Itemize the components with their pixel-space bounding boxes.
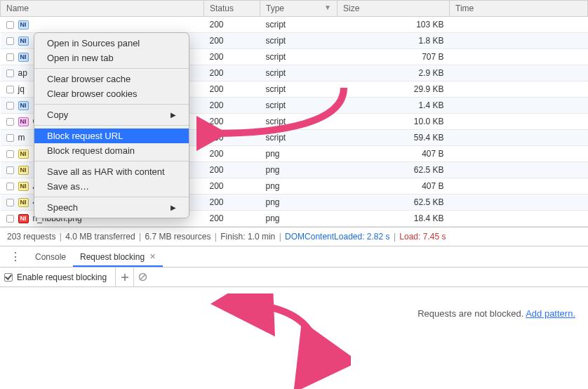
initiator-badge: NI xyxy=(18,166,29,175)
col-time[interactable]: Time xyxy=(450,1,588,17)
row-checkbox[interactable] xyxy=(6,70,14,77)
status-cell: 200 xyxy=(204,194,260,211)
cm-open-new-tab[interactable]: Open in new tab xyxy=(34,51,189,65)
status-cell: 200 xyxy=(204,211,260,227)
time-cell xyxy=(450,81,588,98)
size-cell: 407 B xyxy=(338,178,450,194)
time-cell xyxy=(450,146,588,162)
requests-count: 203 requests xyxy=(7,232,55,242)
row-checkbox[interactable] xyxy=(6,215,14,223)
time-cell xyxy=(450,49,588,65)
status-cell: 200 xyxy=(204,33,260,49)
drawer-tab-bar: ⋮ Console Request blocking × xyxy=(0,246,588,268)
type-cell: png xyxy=(260,178,338,194)
row-checkbox[interactable] xyxy=(6,102,14,110)
table-row[interactable]: NI200script103 KB xyxy=(1,17,588,33)
row-checkbox[interactable] xyxy=(6,21,14,29)
size-cell: 10.0 KB xyxy=(338,114,450,130)
size-cell: 103 KB xyxy=(338,17,450,33)
size-cell: 59.4 KB xyxy=(338,130,450,146)
row-checkbox[interactable] xyxy=(6,37,14,45)
type-cell: script xyxy=(260,130,338,146)
initiator-badge: NI xyxy=(18,37,29,46)
cm-clear-cookies[interactable]: Clear browser cookies xyxy=(34,86,189,101)
add-pattern-button[interactable] xyxy=(115,268,133,286)
row-checkbox[interactable] xyxy=(6,53,14,61)
row-checkbox[interactable] xyxy=(6,199,14,206)
type-cell: png xyxy=(260,162,338,178)
size-cell: 707 B xyxy=(338,49,450,65)
type-cell: png xyxy=(260,146,338,162)
resource-name: ap xyxy=(18,68,27,78)
type-cell: script xyxy=(260,81,338,98)
network-status-bar: 203 requests | 4.0 MB transferred | 6.7 … xyxy=(0,227,588,246)
initiator-badge: NI xyxy=(18,53,29,62)
type-cell: script xyxy=(260,33,338,49)
transferred: 4.0 MB transferred xyxy=(65,232,135,242)
status-cell: 200 xyxy=(204,114,260,130)
type-cell: script xyxy=(260,114,338,130)
add-pattern-link[interactable]: Add pattern. xyxy=(526,308,575,319)
clear-patterns-button[interactable] xyxy=(133,268,152,286)
col-name[interactable]: Name xyxy=(1,1,204,17)
resource-name: m xyxy=(18,133,25,143)
status-cell: 200 xyxy=(204,98,260,114)
enable-blocking-label: Enable request blocking xyxy=(17,272,107,282)
cm-block-domain[interactable]: Block request domain xyxy=(34,143,189,158)
initiator-badge: NI xyxy=(18,198,29,207)
dom-content-loaded: DOMContentLoaded: 2.82 s xyxy=(285,232,389,242)
resources: 6.7 MB resources xyxy=(145,232,211,242)
col-type[interactable]: Type▼ xyxy=(260,1,338,17)
rb-toolbar: Enable request blocking xyxy=(0,268,588,287)
row-checkbox[interactable] xyxy=(6,118,14,126)
drawer-menu-icon[interactable]: ⋮ xyxy=(3,251,28,263)
size-cell: 29.9 KB xyxy=(338,81,450,98)
tab-console[interactable]: Console xyxy=(28,248,73,265)
time-cell xyxy=(450,33,588,49)
size-cell: 2.9 KB xyxy=(338,65,450,81)
row-checkbox[interactable] xyxy=(6,166,14,174)
cm-clear-cache[interactable]: Clear browser cache xyxy=(34,72,189,86)
context-menu: Open in Sources panel Open in new tab Cl… xyxy=(34,32,189,218)
time-cell xyxy=(450,65,588,81)
close-icon[interactable]: × xyxy=(149,251,155,262)
row-checkbox[interactable] xyxy=(6,183,14,190)
initiator-badge: NI xyxy=(18,20,29,29)
col-status[interactable]: Status xyxy=(204,1,260,17)
time-cell xyxy=(450,194,588,211)
row-checkbox[interactable] xyxy=(6,150,14,158)
cm-save-har[interactable]: Save all as HAR with content xyxy=(34,164,189,179)
col-size[interactable]: Size xyxy=(338,1,450,17)
load-time: Load: 7.45 s xyxy=(399,232,446,242)
time-cell xyxy=(450,114,588,130)
initiator-badge: NI xyxy=(18,101,29,110)
row-checkbox[interactable] xyxy=(6,86,14,93)
time-cell xyxy=(450,178,588,194)
type-cell: png xyxy=(260,194,338,211)
initiator-badge: NI xyxy=(18,214,29,223)
cm-save-as[interactable]: Save as… xyxy=(34,179,189,194)
size-cell: 62.5 KB xyxy=(338,162,450,178)
enable-blocking-checkbox[interactable] xyxy=(4,273,13,282)
row-checkbox[interactable] xyxy=(6,134,14,142)
submenu-arrow-icon: ▶ xyxy=(171,111,176,119)
status-cell: 200 xyxy=(204,178,260,194)
cm-block-url[interactable]: Block request URL xyxy=(34,128,189,143)
size-cell: 407 B xyxy=(338,146,450,162)
resource-name: jq xyxy=(18,84,25,94)
status-cell: 200 xyxy=(204,162,260,178)
cm-copy[interactable]: Copy ▶ xyxy=(34,107,189,122)
svg-line-1 xyxy=(140,275,145,279)
type-cell: script xyxy=(260,49,338,65)
initiator-badge: NI xyxy=(18,182,29,191)
initiator-badge: NI xyxy=(18,150,29,159)
type-cell: png xyxy=(260,211,338,227)
submenu-arrow-icon: ▶ xyxy=(171,204,176,211)
size-cell: 62.5 KB xyxy=(338,194,450,211)
time-cell xyxy=(450,130,588,146)
cm-open-sources[interactable]: Open in Sources panel xyxy=(34,36,189,51)
status-cell: 200 xyxy=(204,130,260,146)
time-cell xyxy=(450,98,588,114)
cm-speech[interactable]: Speech ▶ xyxy=(34,200,189,215)
tab-request-blocking[interactable]: Request blocking × xyxy=(73,246,163,267)
